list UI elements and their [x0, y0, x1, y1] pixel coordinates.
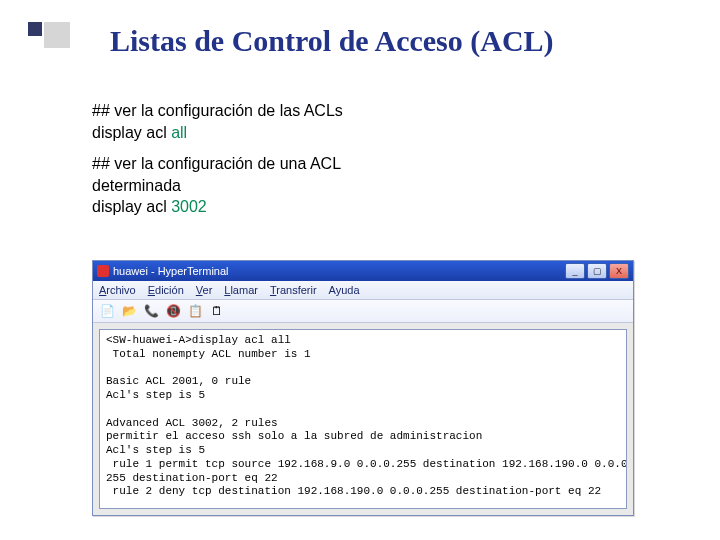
properties-icon[interactable]: 🗒: [209, 303, 225, 319]
comment-all-acls: ## ver la configuración de las ACLs: [92, 100, 612, 122]
command-display-acl-3002: display acl 3002: [92, 196, 612, 218]
send-icon[interactable]: 📋: [187, 303, 203, 319]
menu-archivo[interactable]: Archivo: [99, 284, 136, 296]
command-description: ## ver la configuración de las ACLs disp…: [92, 100, 612, 228]
terminal-frame: <SW-huawei-A>display acl all Total nonem…: [93, 323, 633, 515]
menu-transferir[interactable]: Transferir: [270, 284, 317, 296]
hyperterminal-window: huawei - HyperTerminal _ ▢ X Archivo Edi…: [92, 260, 634, 516]
open-icon[interactable]: 📂: [121, 303, 137, 319]
minimize-button[interactable]: _: [565, 263, 585, 279]
maximize-button[interactable]: ▢: [587, 263, 607, 279]
terminal-output[interactable]: <SW-huawei-A>display acl all Total nonem…: [99, 329, 627, 509]
menu-edicion[interactable]: Edición: [148, 284, 184, 296]
slide-bullet-large: [44, 22, 70, 48]
slide-bullet-small: [28, 22, 42, 36]
app-icon: [97, 265, 109, 277]
menu-llamar[interactable]: Llamar: [224, 284, 258, 296]
call-icon[interactable]: 📞: [143, 303, 159, 319]
close-button[interactable]: X: [609, 263, 629, 279]
comment-one-acl-line1: ## ver la configuración de una ACL: [92, 153, 612, 175]
page-title: Listas de Control de Acceso (ACL): [110, 24, 554, 58]
comment-one-acl-line2: determinada: [92, 175, 612, 197]
window-titlebar[interactable]: huawei - HyperTerminal _ ▢ X: [93, 261, 633, 281]
menu-ver[interactable]: Ver: [196, 284, 213, 296]
toolbar: 📄 📂 📞 📵 📋 🗒: [93, 300, 633, 323]
command-display-acl-all: display acl all: [92, 122, 612, 144]
new-icon[interactable]: 📄: [99, 303, 115, 319]
menu-bar: Archivo Edición Ver Llamar Transferir Ay…: [93, 281, 633, 300]
window-title: huawei - HyperTerminal: [113, 265, 229, 277]
hangup-icon[interactable]: 📵: [165, 303, 181, 319]
menu-ayuda[interactable]: Ayuda: [329, 284, 360, 296]
